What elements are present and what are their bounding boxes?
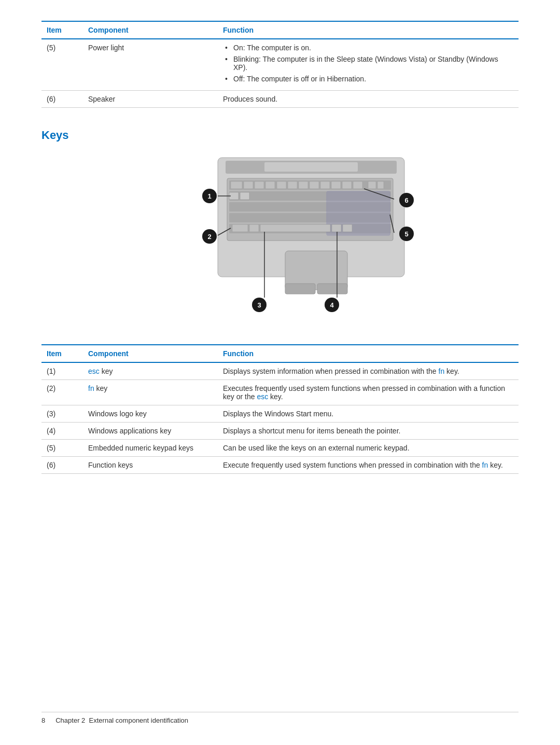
svg-rect-20 bbox=[353, 181, 362, 189]
callout-4: 4 bbox=[325, 298, 339, 312]
fn-link: fn bbox=[88, 384, 94, 392]
keyboard-illustration: 1 2 3 4 5 6 bbox=[41, 152, 519, 329]
svg-rect-29 bbox=[232, 224, 248, 232]
component-speaker: Speaker bbox=[83, 91, 218, 108]
component-funckeys: Function keys bbox=[83, 457, 218, 474]
keys-table-header-item: Item bbox=[41, 345, 83, 362]
function-numpad: Can be used like the keys on an external… bbox=[218, 440, 519, 457]
callout-5: 5 bbox=[399, 227, 414, 241]
top-components-table: Item Component Function (5) Power light … bbox=[41, 21, 519, 108]
item-6: (6) bbox=[41, 457, 83, 474]
item-1: (1) bbox=[41, 362, 83, 380]
fn-text: key bbox=[96, 384, 108, 392]
keyboard-wrap: 1 2 3 4 5 6 bbox=[150, 152, 410, 329]
svg-rect-31 bbox=[260, 224, 330, 232]
bullet-off: Off: The computer is off or in Hibernati… bbox=[223, 75, 513, 83]
svg-rect-10 bbox=[244, 181, 253, 189]
keys-table-header-component: Component bbox=[83, 345, 218, 362]
svg-rect-18 bbox=[331, 181, 341, 189]
table-row: (4) Windows applications key Displays a … bbox=[41, 423, 519, 440]
svg-rect-11 bbox=[255, 181, 264, 189]
function-winlogo: Displays the Windows Start menu. bbox=[218, 405, 519, 423]
bullet-blinking: Blinking: The computer is in the Sleep s… bbox=[223, 55, 513, 72]
svg-rect-9 bbox=[231, 181, 242, 189]
item-4: (4) bbox=[41, 423, 83, 440]
svg-rect-12 bbox=[265, 181, 275, 189]
component-winapp: Windows applications key bbox=[83, 423, 218, 440]
top-table-header-item: Item bbox=[41, 21, 83, 39]
function-funckeys: Execute frequently used system functions… bbox=[218, 457, 519, 474]
function-power-light: On: The computer is on. Blinking: The co… bbox=[218, 39, 519, 91]
svg-rect-30 bbox=[249, 224, 259, 232]
keys-table-header-function: Function bbox=[218, 345, 519, 362]
footer-page-num: 8 bbox=[41, 716, 45, 724]
function-winapp: Displays a shortcut menu for items benea… bbox=[218, 423, 519, 440]
table-row: (2) fn key Executes frequently used syst… bbox=[41, 380, 519, 405]
table-row: (6) Function keys Execute frequently use… bbox=[41, 457, 519, 474]
svg-rect-32 bbox=[332, 224, 341, 232]
item-num-5: (5) bbox=[41, 39, 83, 91]
footer-chapter: Chapter 2 bbox=[55, 716, 85, 724]
svg-rect-19 bbox=[342, 181, 352, 189]
svg-rect-15 bbox=[299, 181, 308, 189]
table-row: (3) Windows logo key Displays the Window… bbox=[41, 405, 519, 423]
footer-title: External component identification bbox=[89, 716, 189, 724]
callout-6: 6 bbox=[399, 193, 414, 207]
svg-rect-33 bbox=[343, 224, 352, 232]
svg-rect-26 bbox=[317, 284, 347, 294]
top-table-header-component: Component bbox=[83, 21, 218, 39]
function-speaker: Produces sound. bbox=[218, 91, 519, 108]
svg-rect-21 bbox=[368, 181, 376, 189]
svg-rect-13 bbox=[277, 181, 286, 189]
component-numpad: Embedded numeric keypad keys bbox=[83, 440, 218, 457]
table-row: (5) Embedded numeric keypad keys Can be … bbox=[41, 440, 519, 457]
svg-rect-14 bbox=[288, 181, 297, 189]
item-2: (2) bbox=[41, 380, 83, 405]
esc-text: key bbox=[102, 367, 113, 375]
table-row: (6) Speaker Produces sound. bbox=[41, 91, 519, 108]
bullet-on: On: The computer is on. bbox=[223, 44, 513, 52]
component-fn: fn key bbox=[83, 380, 218, 405]
item-5: (5) bbox=[41, 440, 83, 457]
keys-heading: Keys bbox=[41, 129, 519, 142]
component-winlogo: Windows logo key bbox=[83, 405, 218, 423]
keys-components-table: Item Component Function (1) esc key Disp… bbox=[41, 344, 519, 474]
svg-rect-25 bbox=[285, 284, 315, 294]
svg-rect-17 bbox=[320, 181, 330, 189]
callout-1: 1 bbox=[202, 189, 217, 203]
function-fn: Executes frequently used system function… bbox=[218, 380, 519, 405]
svg-rect-2 bbox=[264, 162, 358, 172]
item-3: (3) bbox=[41, 405, 83, 423]
function-esc: Displays system information when pressed… bbox=[218, 362, 519, 380]
table-row: (1) esc key Displays system information … bbox=[41, 362, 519, 380]
svg-rect-16 bbox=[310, 181, 319, 189]
svg-rect-28 bbox=[240, 192, 249, 200]
callout-3: 3 bbox=[252, 298, 267, 312]
component-esc: esc key bbox=[83, 362, 218, 380]
table-row: (5) Power light On: The computer is on. … bbox=[41, 39, 519, 91]
callout-2: 2 bbox=[202, 229, 217, 244]
page-footer: 8 Chapter 2 External component identific… bbox=[41, 712, 519, 724]
top-table-header-function: Function bbox=[218, 21, 519, 39]
item-num-6: (6) bbox=[41, 91, 83, 108]
keyboard-svg bbox=[150, 152, 410, 313]
component-power-light: Power light bbox=[83, 39, 218, 91]
esc-link: esc bbox=[88, 367, 100, 375]
svg-rect-22 bbox=[377, 181, 384, 189]
